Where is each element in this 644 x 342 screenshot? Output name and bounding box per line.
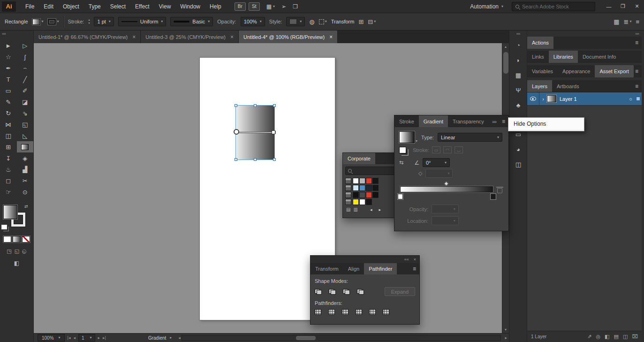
align-objects-icon[interactable]: ⊞ bbox=[358, 18, 364, 25]
menu-window[interactable]: Window bbox=[175, 0, 205, 13]
gradient-button[interactable] bbox=[13, 236, 21, 243]
gradient-angle-dropdown[interactable]: 0°▾ bbox=[423, 158, 450, 167]
new-layer-icon[interactable]: ◫ bbox=[623, 334, 628, 340]
swatch-kinds-icon[interactable]: ▤ bbox=[346, 207, 350, 212]
swatch-list-view-icon[interactable]: ▥ bbox=[353, 207, 357, 212]
type-tool[interactable]: T bbox=[0, 74, 17, 85]
draw-inside-button[interactable]: ◵ bbox=[22, 248, 27, 254]
aspect-ratio-dropdown[interactable]: ▾ bbox=[425, 169, 453, 178]
scrollbar-thumb[interactable] bbox=[503, 52, 508, 74]
swatch[interactable] bbox=[359, 178, 365, 184]
swatch[interactable] bbox=[366, 178, 372, 184]
lasso-tool[interactable]: ʃ bbox=[17, 51, 34, 62]
brushes-panel-icon[interactable]: Ψ bbox=[509, 84, 527, 97]
paintbrush-tool[interactable]: ✐ bbox=[17, 85, 34, 96]
bridge-icon[interactable]: Br bbox=[235, 2, 246, 11]
selection-handle[interactable] bbox=[273, 158, 276, 161]
trim-button[interactable] bbox=[328, 309, 335, 315]
tab-transparency[interactable]: Transparency bbox=[448, 115, 489, 127]
tab-appearance[interactable]: Appearance bbox=[558, 65, 595, 77]
color-button[interactable] bbox=[3, 236, 11, 243]
menu-effect[interactable]: Effect bbox=[130, 0, 154, 13]
document-tab[interactable]: Untitled-3 @ 25% (CMYK/Preview)× bbox=[141, 30, 239, 43]
delete-stop-icon[interactable] bbox=[497, 188, 502, 193]
stop-opacity-dropdown[interactable]: ▾ bbox=[432, 205, 459, 213]
gradient-type-dropdown[interactable]: Linear▾ bbox=[438, 133, 502, 142]
layer-target-icon[interactable]: ○ bbox=[629, 96, 632, 102]
swatch[interactable] bbox=[372, 192, 379, 198]
width-tool[interactable]: ⋈ bbox=[0, 119, 17, 130]
previous-swatch-group-icon[interactable]: ◂ bbox=[370, 207, 372, 212]
menu-edit[interactable]: Edit bbox=[39, 0, 58, 13]
close-panel-icon[interactable]: × bbox=[414, 257, 416, 262]
line-segment-tool[interactable]: ╱ bbox=[17, 74, 34, 85]
swatch-group-icon[interactable] bbox=[345, 178, 351, 184]
screen-mode-button[interactable]: ◧ bbox=[0, 260, 33, 266]
device-preview-icon[interactable]: ❒ bbox=[293, 3, 298, 10]
gradient-annotator-line[interactable] bbox=[236, 132, 274, 133]
symbols-panel-icon[interactable]: ♣ bbox=[509, 99, 527, 112]
divide-button[interactable] bbox=[315, 309, 321, 315]
gradient-panel-menu-icon[interactable]: ≡ bbox=[502, 118, 505, 125]
collapse-tools-icon[interactable]: «« bbox=[0, 30, 33, 37]
tab-close-icon[interactable]: × bbox=[132, 34, 136, 40]
close-button[interactable]: ✕ bbox=[630, 0, 644, 13]
context-menu-item-hide-options[interactable]: Hide Options bbox=[508, 118, 584, 129]
controlbar-menu-icon[interactable]: ≡ bbox=[636, 18, 639, 25]
gradient-thumbnail[interactable] bbox=[399, 131, 415, 143]
horizontal-scrollbar[interactable] bbox=[182, 335, 501, 341]
swatch[interactable] bbox=[366, 199, 372, 205]
layer-expand-arrow[interactable]: › bbox=[539, 96, 547, 102]
blend-tool[interactable]: ◈ bbox=[17, 152, 34, 164]
swatch[interactable] bbox=[353, 185, 359, 191]
next-artboard-button[interactable]: ▸ bbox=[98, 335, 100, 340]
arrange-documents-icon[interactable]: ▦▾ bbox=[266, 3, 275, 10]
panel-drag-bar[interactable]: «« × bbox=[311, 256, 419, 263]
tab-align[interactable]: Align bbox=[343, 263, 364, 274]
menu-type[interactable]: Type bbox=[84, 0, 106, 13]
fill-proxy[interactable] bbox=[3, 205, 17, 219]
status-options-caret[interactable]: ▸ bbox=[170, 336, 172, 340]
layer-row[interactable]: ›Layer 1○ bbox=[527, 92, 642, 106]
gradient-ramp[interactable] bbox=[400, 186, 493, 192]
workspace-switcher[interactable]: Automation▾ bbox=[470, 3, 503, 10]
collapse-panel-icon[interactable]: «« bbox=[404, 257, 409, 262]
gradient-annotator-origin[interactable] bbox=[234, 129, 239, 135]
column-graph-tool[interactable]: ▟ bbox=[17, 164, 34, 175]
swatch[interactable] bbox=[359, 199, 365, 205]
swatch[interactable] bbox=[353, 178, 359, 184]
unite-button[interactable] bbox=[315, 289, 322, 295]
none-button[interactable] bbox=[22, 236, 30, 243]
reverse-gradient-icon[interactable]: ⇆ bbox=[399, 160, 403, 166]
swatch[interactable] bbox=[372, 185, 379, 191]
stroke-color-dropdown[interactable]: ▾ bbox=[48, 19, 59, 25]
slice-tool[interactable]: ✂ bbox=[17, 175, 34, 186]
layer-name[interactable]: Layer 1 bbox=[560, 96, 629, 102]
minus-front-button[interactable] bbox=[329, 289, 336, 295]
document-tab[interactable]: Untitled-4* @ 100% (RGB/Preview)× bbox=[239, 30, 338, 43]
swatches-panel-icon[interactable]: ▦ bbox=[509, 68, 527, 82]
scroll-right-arrow[interactable]: ▸ bbox=[505, 335, 507, 340]
minimize-button[interactable]: — bbox=[602, 0, 616, 13]
swatch[interactable] bbox=[359, 185, 365, 191]
gradient-presets-caret[interactable]: ▾ bbox=[416, 139, 417, 143]
new-sublayer-icon[interactable]: ▤ bbox=[614, 334, 619, 340]
document-tab[interactable]: Untitled-1* @ 66.67% (CMYK/Preview)× bbox=[34, 30, 141, 43]
tab-layers[interactable]: Layers bbox=[527, 80, 552, 92]
swatch-group-icon[interactable] bbox=[345, 185, 351, 191]
magic-wand-tool[interactable]: ☆ bbox=[0, 51, 17, 62]
expand-icon-strip-icon[interactable]: «« bbox=[509, 30, 527, 37]
artboard-tool[interactable]: ◻ bbox=[0, 175, 17, 186]
previous-artboard-button[interactable]: ◂ bbox=[73, 335, 76, 340]
menu-select[interactable]: Select bbox=[106, 0, 130, 13]
stop-location-dropdown[interactable]: ▾ bbox=[432, 216, 459, 225]
gradient-annotator-end[interactable] bbox=[272, 130, 275, 134]
swap-fill-stroke-icon[interactable]: ⇄ bbox=[24, 204, 28, 209]
recolor-artwork-icon[interactable]: ◍ bbox=[309, 18, 314, 25]
gradient-stop-end[interactable] bbox=[491, 194, 496, 199]
swatch[interactable] bbox=[359, 192, 365, 198]
perspective-grid-tool[interactable]: ◺ bbox=[17, 130, 34, 141]
workspace-grid-icon[interactable]: ▦ bbox=[614, 18, 619, 25]
tab-gradient[interactable]: Gradient bbox=[419, 115, 448, 127]
intersect-button[interactable] bbox=[343, 289, 350, 295]
